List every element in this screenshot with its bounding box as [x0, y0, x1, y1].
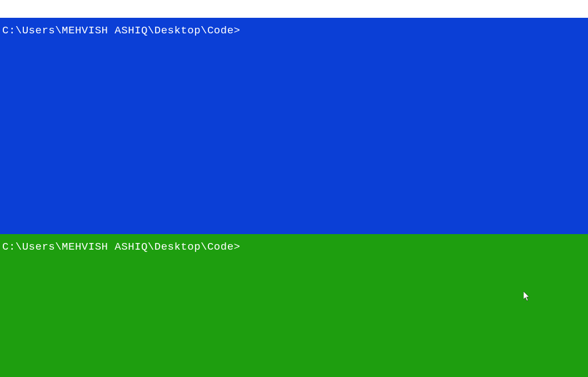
prompt-text: C:\Users\MEHVISH ASHIQ\Desktop\Code>	[2, 241, 240, 253]
prompt-text: C:\Users\MEHVISH ASHIQ\Desktop\Code>	[2, 24, 240, 37]
terminal-pane-bottom[interactable]: C:\Users\MEHVISH ASHIQ\Desktop\Code>	[0, 234, 588, 377]
terminal-pane-top[interactable]: C:\Users\MEHVISH ASHIQ\Desktop\Code>	[0, 18, 588, 234]
title-bar	[0, 0, 588, 18]
